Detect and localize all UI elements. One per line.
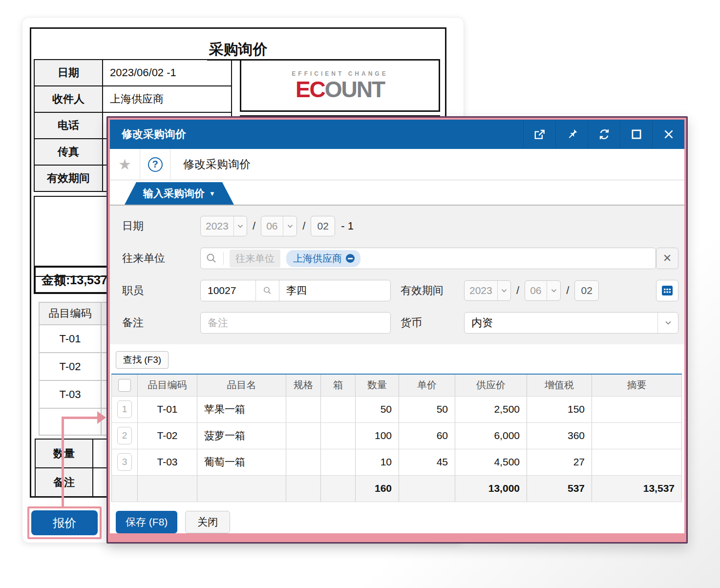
pin-icon[interactable] (555, 120, 588, 149)
partner-row: 往来单位 往来单位 上海供应商 ✕ (122, 248, 678, 269)
cell-unit-price[interactable]: 45 (399, 449, 455, 475)
tab-input-purchase-inquiry[interactable]: 输入采购询价 ▼ (125, 182, 234, 205)
cell-unit-price[interactable]: 60 (399, 422, 455, 449)
currency-select[interactable]: 内资 (464, 312, 678, 334)
cell-item-name[interactable]: 苹果一箱 (197, 396, 286, 422)
partner-label: 往来单位 (122, 251, 200, 266)
save-f8-button[interactable]: 保存 (F8) (116, 511, 177, 533)
date-row: 日期 2023 / 06 / 02 - 1 (122, 215, 678, 237)
total-vat: 537 (527, 475, 592, 502)
search-icon (263, 285, 272, 296)
grid-row-3[interactable]: 3 T-03 葡萄一箱 10 45 4,500 27 (112, 449, 682, 475)
select-all-checkbox[interactable] (118, 379, 131, 392)
currency-label: 货币 (401, 315, 464, 330)
quote-button[interactable]: 报价 (31, 510, 98, 535)
col-summary: 摘要 (592, 374, 682, 396)
row-number: 3 (117, 453, 132, 471)
total-supply-price: 13,000 (455, 475, 527, 502)
valid-month-select[interactable]: 06 (525, 280, 561, 301)
maximize-icon[interactable] (620, 120, 652, 149)
cell-item-name[interactable]: 葡萄一箱 (197, 449, 286, 475)
open-new-window-icon[interactable] (523, 120, 555, 149)
info-value-date: 2023/06/02 -1 (103, 60, 232, 86)
find-row: 查找 (F3) (116, 351, 684, 369)
refresh-icon[interactable] (588, 120, 620, 149)
table-row: 日期 2023/06/02 -1 (34, 60, 232, 86)
partner-search-input[interactable]: 往来单位 上海供应商 (200, 248, 656, 269)
close-icon[interactable] (652, 120, 684, 149)
cell-vat[interactable]: 150 (527, 396, 592, 422)
col-qty: 数量 (356, 374, 399, 396)
close-button[interactable]: 关闭 (185, 511, 230, 533)
total-amount: 13,537 (592, 475, 682, 502)
info-label-recipient: 收件人 (34, 86, 103, 112)
modal-header-row: ★ ? 修改采购询价 (110, 149, 684, 180)
valid-year-select[interactable]: 2023 (464, 280, 511, 301)
col-unit-price: 单价 (399, 374, 455, 396)
table-row: 收件人 上海供应商 (34, 86, 232, 112)
col-box: 箱 (321, 374, 356, 396)
staff-name-input[interactable]: 李四 (279, 280, 390, 301)
grid-total-row: 160 13,000 537 13,537 (112, 475, 682, 502)
valid-day-field[interactable]: 02 (574, 280, 599, 301)
quote-button-highlight: 报价 (27, 506, 102, 539)
modal-button-row: 保存 (F8) 关闭 (116, 511, 684, 533)
info-label-date: 日期 (34, 60, 103, 86)
row-number: 1 (117, 400, 132, 418)
cell-item-name[interactable]: 菠萝一箱 (197, 422, 286, 449)
cell-item-code[interactable]: T-03 (138, 449, 197, 475)
annotation-arrow-line (62, 417, 98, 419)
cell-supply-price[interactable]: 6,000 (455, 422, 527, 449)
row-number: 2 (117, 427, 132, 444)
chevron-down-icon (497, 281, 510, 300)
modal-titlebar-title: 修改采购询价 (110, 127, 523, 142)
info-value-recipient: 上海供应商 (103, 86, 232, 112)
staff-search-button[interactable] (255, 280, 279, 301)
memo-input[interactable]: 备注 (200, 312, 391, 334)
col-supply-price: 供应价 (455, 374, 527, 396)
cell-supply-price[interactable]: 2,500 (455, 396, 527, 422)
partner-placeholder: 往来单位 (230, 250, 280, 268)
date-label: 日期 (122, 219, 200, 233)
col-vat: 增值税 (527, 374, 592, 396)
item-code: T-02 (39, 353, 101, 380)
favorite-star-icon[interactable]: ★ (110, 149, 140, 180)
cell-qty[interactable]: 50 (356, 396, 399, 422)
grid-row-2[interactable]: 2 T-02 菠萝一箱 100 60 6,000 360 (112, 422, 682, 449)
partner-tag-chip[interactable]: 上海供应商 (286, 250, 360, 267)
chevron-down-icon (657, 313, 678, 333)
ecount-logo: EFFICIENT CHANGE ECOUNT (240, 59, 440, 112)
find-f3-button[interactable]: 查找 (F3) (116, 351, 169, 369)
modal-page-title: 修改采购询价 (170, 149, 251, 180)
date-year-select[interactable]: 2023 (200, 216, 247, 236)
info-label-valid-period: 有效期间 (34, 165, 103, 191)
cell-vat[interactable]: 360 (527, 422, 592, 449)
staff-code-input[interactable]: 10027 (201, 280, 255, 301)
items-header: 品目编码 (39, 302, 101, 325)
cell-qty[interactable]: 100 (356, 422, 399, 449)
date-month-select[interactable]: 06 (261, 216, 297, 236)
date-day-field[interactable]: 02 (311, 216, 335, 236)
cell-qty[interactable]: 10 (356, 449, 399, 475)
cell-supply-price[interactable]: 4,500 (455, 449, 527, 475)
col-item-code: 品目编码 (138, 374, 197, 396)
valid-period-label: 有效期间 (401, 283, 464, 298)
bottom-label-memo: 备注 (35, 468, 93, 497)
cell-vat[interactable]: 27 (527, 449, 592, 475)
chevron-down-icon (233, 216, 247, 236)
cell-item-code[interactable]: T-01 (138, 396, 197, 422)
help-icon[interactable]: ? (140, 149, 170, 180)
remove-tag-icon[interactable] (346, 254, 355, 263)
logo-brand: ECOUNT (296, 78, 384, 101)
calendar-button[interactable] (656, 280, 678, 301)
cell-item-code[interactable]: T-02 (138, 422, 197, 449)
clear-partner-button[interactable]: ✕ (656, 248, 678, 269)
grid-row-1[interactable]: 1 T-01 苹果一箱 50 50 2,500 150 (112, 396, 682, 422)
date-suffix: - 1 (341, 220, 354, 232)
col-item-name: 品目名 (197, 374, 286, 396)
cell-unit-price[interactable]: 50 (399, 396, 455, 422)
annotation-arrow-head (97, 411, 106, 424)
annotation-arrow-line (62, 418, 64, 507)
logo-tagline: EFFICIENT CHANGE (292, 70, 388, 77)
memo-row: 备注 备注 货币 内资 (122, 312, 678, 334)
